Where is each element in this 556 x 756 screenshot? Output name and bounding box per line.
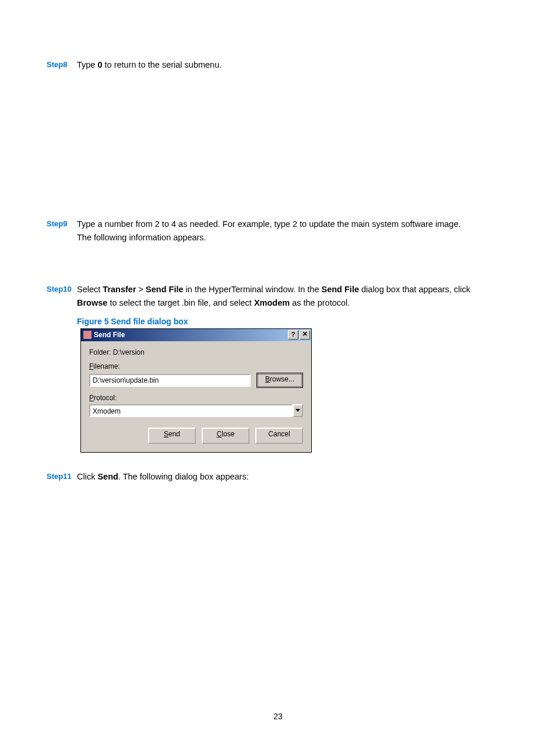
send-u: S (164, 430, 168, 438)
s10-transfer: Transfer (103, 285, 136, 294)
folder-label: Folder: D:\version (89, 348, 145, 356)
step11-label: Step11 (47, 470, 77, 483)
protocol-select[interactable]: Xmodem (89, 404, 303, 417)
close-dialog-button[interactable]: Close (202, 428, 249, 444)
chevron-down-icon[interactable] (293, 404, 303, 417)
step8: Step8 Type 0 to return to the serial sub… (47, 58, 509, 72)
step10-label: Step10 (47, 283, 77, 296)
step8-text-post: to return to the serial submenu. (103, 60, 222, 69)
step8-label: Step8 (47, 58, 77, 71)
protocol-label-row: Protocol: (89, 394, 303, 402)
dialog-title-text: Send File (94, 331, 287, 339)
step11: Step11 Click Send. The following dialog … (47, 470, 509, 484)
browse-rest: rowse... (270, 375, 294, 383)
dialog-button-row: Send Close Cancel (89, 428, 303, 444)
step9-label: Step9 (47, 218, 77, 230)
send-rest: end (168, 430, 180, 438)
filename-label-rest: ilename: (93, 362, 119, 370)
page-number: 23 (0, 712, 556, 721)
step10-body: Select Transfer > Send File in the Hyper… (77, 283, 509, 310)
figure-5-caption: Figure 5 Send file dialog box (77, 317, 509, 326)
protocol-select-display: Xmodem (89, 404, 293, 417)
protocol-label-rest: rotocol: (94, 394, 117, 402)
dialog-body: Folder: D:\version Filename: Browse... P… (81, 341, 311, 452)
s10-a: Select (77, 285, 103, 294)
protocol-label: Protocol: (89, 394, 303, 402)
s10-b: in the HyperTerminal window. In the (184, 285, 322, 294)
step9-body: Type a number from 2 to 4 as needed. For… (77, 218, 509, 244)
s11-post: . The following dialog box appears: (118, 472, 249, 481)
step8-text-pre: Type (77, 60, 97, 69)
browse-button[interactable]: Browse... (256, 373, 303, 388)
s11-pre: Click (77, 472, 97, 481)
send-file-dialog: Send File ? × Folder: D:\version Filenam… (80, 328, 312, 453)
help-button[interactable]: ? (288, 330, 298, 340)
protocol-label-u: P (89, 394, 94, 402)
step8-body: Type 0 to return to the serial submenu. (77, 58, 509, 72)
step9-line2: The following information appears. (77, 233, 206, 242)
filename-label-row: Filename: (89, 362, 303, 370)
s11-send: Send (97, 472, 118, 481)
s10-2b: as the protocol. (290, 298, 350, 307)
s10-gt: > (136, 285, 146, 294)
step9: Step9 Type a number from 2 to 4 as neede… (47, 218, 509, 244)
s10-c: dialog box that appears, click (359, 285, 470, 294)
dialog-title-icon (83, 331, 92, 339)
step9-line1: Type a number from 2 to 4 as needed. For… (77, 219, 460, 229)
dialog-titlebar: Send File ? × (81, 329, 311, 341)
close-button[interactable]: × (300, 330, 310, 340)
browse-u: B (265, 375, 270, 383)
filename-input[interactable] (89, 374, 251, 387)
folder-row: Folder: D:\version (89, 348, 303, 356)
step11-body: Click Send. The following dialog box app… (77, 470, 509, 484)
close-rest: lose (221, 430, 234, 438)
step10: Step10 Select Transfer > Send File in th… (47, 283, 509, 310)
step8-key: 0 (97, 60, 102, 69)
cancel-button[interactable]: Cancel (255, 428, 303, 444)
s10-xmodem: Xmodem (254, 298, 290, 307)
send-button[interactable]: Send (148, 428, 196, 444)
s10-sendfile2: Send File (322, 285, 359, 294)
filename-label: Filename: (89, 362, 303, 370)
filename-input-row: Browse... (89, 373, 303, 388)
s10-sendfile: Send File (146, 285, 183, 294)
s10-browse: Browse (77, 298, 107, 307)
s10-2a: to select the target .bin file, and sele… (107, 298, 254, 307)
